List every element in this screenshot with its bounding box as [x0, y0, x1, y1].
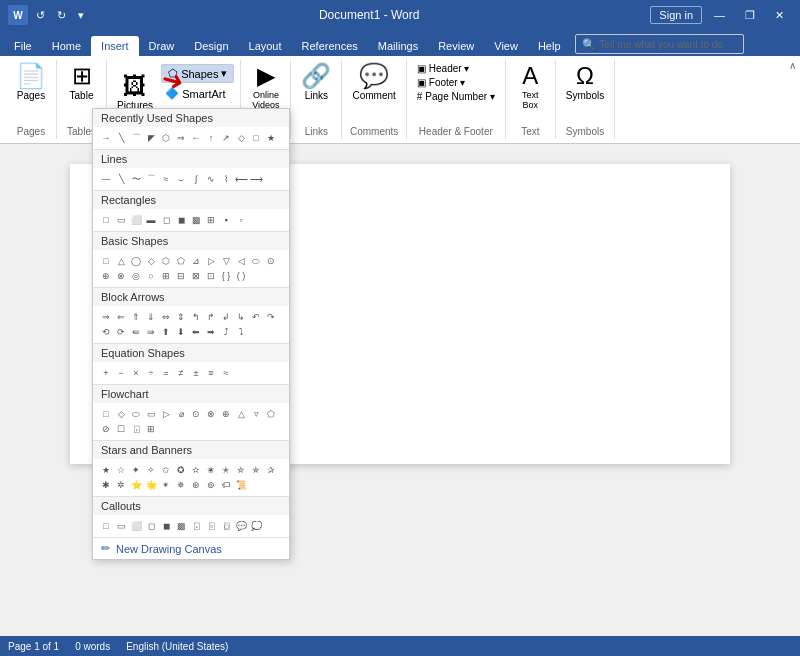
shape-item[interactable]: ↗	[219, 131, 233, 145]
shape-item[interactable]: ⇕	[174, 310, 188, 324]
shape-item[interactable]: ⟲	[99, 325, 113, 339]
shape-item[interactable]: ✦	[129, 463, 143, 477]
shape-item[interactable]: ⭐	[129, 478, 143, 492]
shape-item[interactable]: ◎	[129, 269, 143, 283]
shape-item[interactable]: ⇚	[129, 325, 143, 339]
shape-item[interactable]: ⟶	[249, 172, 263, 186]
shape-item[interactable]: ✩	[159, 463, 173, 477]
customize-qat-button[interactable]: ▾	[74, 7, 88, 24]
shape-item[interactable]: □	[99, 407, 113, 421]
shape-item[interactable]: □	[99, 213, 113, 227]
shape-item[interactable]: =	[159, 366, 173, 380]
shape-item[interactable]: ⌻	[204, 519, 218, 533]
shape-item[interactable]: ▭	[114, 519, 128, 533]
shape-item[interactable]: ◇	[144, 254, 158, 268]
shape-item[interactable]: ⤵	[234, 325, 248, 339]
shape-item[interactable]: −	[114, 366, 128, 380]
shape-item[interactable]: ⊟	[174, 269, 188, 283]
shape-item[interactable]: ↳	[234, 310, 248, 324]
shape-item[interactable]: ∫	[189, 172, 203, 186]
pages-button[interactable]: 📄 Pages	[12, 62, 50, 103]
tab-insert[interactable]: Insert	[91, 36, 139, 56]
shape-item[interactable]: ⊕	[99, 269, 113, 283]
shape-item[interactable]: ↷	[264, 310, 278, 324]
shape-item[interactable]: ≈	[159, 172, 173, 186]
shape-item[interactable]: ÷	[144, 366, 158, 380]
shape-item[interactable]: ○	[144, 269, 158, 283]
shape-item[interactable]: ▷	[159, 407, 173, 421]
tab-review[interactable]: Review	[428, 36, 484, 56]
shape-item[interactable]: ⇒	[99, 310, 113, 324]
shape-item[interactable]: ▬	[144, 213, 158, 227]
shape-item[interactable]: ⬡	[159, 254, 173, 268]
tell-me-box[interactable]: 🔍 Tell me what you want to do	[575, 34, 745, 54]
shape-item[interactable]: ⊚	[204, 478, 218, 492]
shape-item[interactable]: ⌺	[129, 422, 143, 436]
shape-item[interactable]: △	[114, 254, 128, 268]
shape-item[interactable]: ✴	[159, 478, 173, 492]
collapse-ribbon-button[interactable]: ∧	[789, 60, 796, 71]
online-videos-button[interactable]: ▶ OnlineVideos	[248, 62, 284, 112]
shape-item[interactable]: ⌇	[219, 172, 233, 186]
shape-item[interactable]: ↑	[204, 131, 218, 145]
shape-item[interactable]: ⊛	[189, 478, 203, 492]
shape-item[interactable]: ✱	[99, 478, 113, 492]
shape-item[interactable]: ⇒	[174, 131, 188, 145]
shape-item[interactable]: ⬇	[174, 325, 188, 339]
tab-file[interactable]: File	[4, 36, 42, 56]
shape-item[interactable]: ⇐	[114, 310, 128, 324]
shape-item[interactable]: △	[234, 407, 248, 421]
shape-item[interactable]: 💭	[249, 519, 263, 533]
shape-item[interactable]: ⇓	[144, 310, 158, 324]
tab-home[interactable]: Home	[42, 36, 91, 56]
shape-item[interactable]: ↰	[189, 310, 203, 324]
shape-item[interactable]: ✯	[249, 463, 263, 477]
shape-item[interactable]: ★	[264, 131, 278, 145]
shape-item[interactable]: 🏷	[219, 478, 233, 492]
shape-item[interactable]: ⊞	[204, 213, 218, 227]
shape-item[interactable]: ⊡	[204, 269, 218, 283]
shape-item[interactable]: ▪	[219, 213, 233, 227]
shape-item[interactable]: ±	[189, 366, 203, 380]
shape-item[interactable]: ▿	[249, 407, 263, 421]
shape-item[interactable]: ⊗	[114, 269, 128, 283]
shape-item[interactable]: ⌼	[219, 519, 233, 533]
shape-item[interactable]: ◻	[159, 213, 173, 227]
shape-item[interactable]: □	[99, 254, 113, 268]
shape-item[interactable]: ✬	[204, 463, 218, 477]
shape-item[interactable]: ⌺	[189, 519, 203, 533]
shape-item[interactable]: ◼	[174, 213, 188, 227]
shape-item[interactable]: ╲	[114, 172, 128, 186]
shape-item[interactable]: 〜	[129, 172, 143, 186]
shape-item[interactable]: ⌒	[144, 172, 158, 186]
tab-view[interactable]: View	[484, 36, 528, 56]
symbols-button[interactable]: Ω Symbols	[562, 62, 608, 103]
shape-item[interactable]: ◇	[234, 131, 248, 145]
smartart-button[interactable]: 🔷 SmartArt	[161, 85, 234, 102]
shape-item[interactable]: ↱	[204, 310, 218, 324]
restore-button[interactable]: ❐	[737, 7, 763, 24]
shape-item[interactable]: ⊠	[189, 269, 203, 283]
shape-item[interactable]: ⇑	[129, 310, 143, 324]
shape-item[interactable]: ≠	[174, 366, 188, 380]
comment-button[interactable]: 💬 Comment	[348, 62, 399, 103]
shape-item[interactable]: ⟳	[114, 325, 128, 339]
shape-item[interactable]: ⬭	[129, 407, 143, 421]
shape-item[interactable]: ⬜	[129, 519, 143, 533]
close-button[interactable]: ✕	[767, 7, 792, 24]
shape-item[interactable]: 🌟	[144, 478, 158, 492]
shape-item[interactable]: ⊘	[99, 422, 113, 436]
shape-item[interactable]: ⟵	[234, 172, 248, 186]
new-drawing-canvas-button[interactable]: ✏ New Drawing Canvas	[93, 537, 289, 559]
shape-item[interactable]: ∿	[204, 172, 218, 186]
tab-draw[interactable]: Draw	[139, 36, 185, 56]
shape-item[interactable]: ◤	[144, 131, 158, 145]
table-button[interactable]: ⊞ Table	[64, 62, 100, 103]
shape-item[interactable]: ▭	[144, 407, 158, 421]
shape-item[interactable]: ◯	[129, 254, 143, 268]
shape-item[interactable]: —	[99, 172, 113, 186]
shape-item[interactable]: ↲	[219, 310, 233, 324]
shape-item[interactable]: ⊙	[264, 254, 278, 268]
shape-item[interactable]: ▷	[204, 254, 218, 268]
shape-item[interactable]: □	[99, 519, 113, 533]
